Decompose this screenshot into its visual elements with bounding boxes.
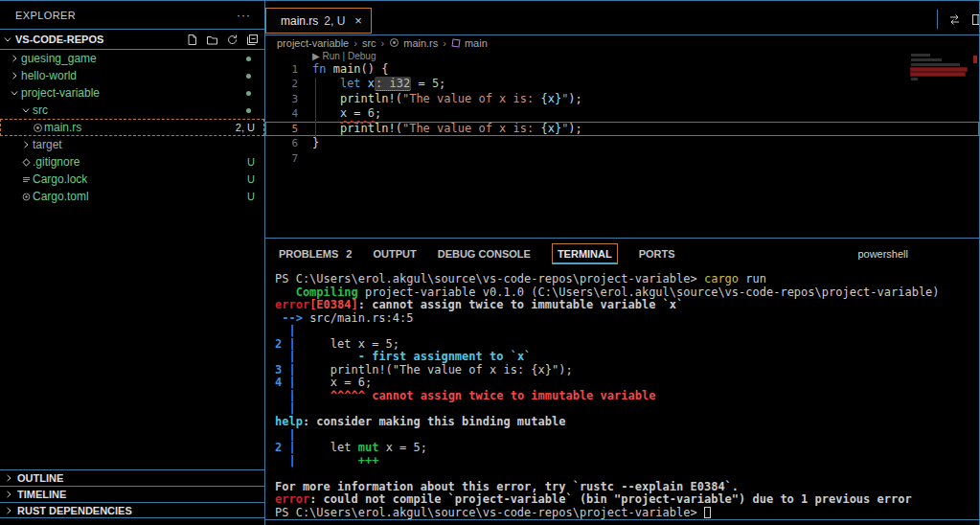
tree-item[interactable]: Cargo.lockU xyxy=(0,171,264,188)
editor-actions xyxy=(937,10,979,29)
workspace-section-header[interactable]: VS-CODE-REPOS xyxy=(0,30,264,50)
new-file-icon[interactable] xyxy=(186,34,198,46)
sidebar-section-timeline[interactable]: TIMELINE xyxy=(0,486,264,502)
collapse-folders-icon[interactable] xyxy=(246,34,259,46)
codelens-separator: | xyxy=(343,51,346,61)
codelens-debug[interactable]: Debug xyxy=(348,51,376,61)
panel-tab-label: PORTS xyxy=(639,248,675,260)
tree-item-label: main.rs xyxy=(44,121,236,134)
code-editor[interactable]: ▶ Run | Debug 1fn main() {2 let x: i32 =… xyxy=(265,51,979,238)
tree-item-label: hello-world xyxy=(21,69,246,82)
new-folder-icon[interactable] xyxy=(206,34,218,46)
breadcrumb-item[interactable]: main xyxy=(451,37,488,49)
tree-item[interactable]: src xyxy=(0,102,264,119)
panel-tab-label: OUTPUT xyxy=(373,248,416,260)
tree-item[interactable]: target xyxy=(0,136,264,153)
panel-tab-debug-console[interactable]: DEBUG CONSOLE xyxy=(438,248,531,260)
git-status-badge: U xyxy=(247,156,255,168)
terminal-line: 3 | println!("The value of x is: {x}"); xyxy=(275,364,979,377)
terminal-line: 4 | x = 6; xyxy=(275,377,979,390)
indent-guide xyxy=(315,78,316,137)
split-editor-icon[interactable] xyxy=(971,13,979,26)
terminal-line: | ^^^^^ cannot assign twice to immutable… xyxy=(275,390,979,403)
rust-file-icon xyxy=(31,123,44,133)
panel-tab-problems[interactable]: PROBLEMS2 xyxy=(279,248,352,260)
tab-problems-badge: 2, U xyxy=(324,14,345,28)
git-status-badge: U xyxy=(247,191,255,202)
file-tree: guesing_gamehello-worldproject-variables… xyxy=(0,50,264,205)
terminal-line: 2 | let x = 5; xyxy=(275,338,979,352)
line-number: 5 xyxy=(265,122,298,137)
minimap[interactable] xyxy=(911,54,967,82)
chevron-right-icon xyxy=(19,140,33,149)
problems-count-badge: 2 xyxy=(346,248,352,260)
terminal-line: Compiling project-variable v0.1.0 (C:\Us… xyxy=(275,286,979,300)
line-number: 4 xyxy=(265,106,298,122)
line-number: 6 xyxy=(265,136,298,151)
tab-bar: main.rs 2, U × xyxy=(265,1,979,35)
breadcrumb-item[interactable]: main.rs xyxy=(389,37,438,49)
tree-item[interactable]: guesing_game xyxy=(0,50,264,67)
panel-toolbar: powershell xyxy=(853,248,971,260)
tree-item[interactable]: project-variable xyxy=(0,84,264,102)
terminal-line: | xyxy=(275,429,979,443)
breadcrumb-item[interactable]: project-variable xyxy=(277,37,349,49)
tab-main-rs[interactable]: main.rs 2, U × xyxy=(265,8,372,34)
chevron-right-icon xyxy=(4,506,13,515)
symbol-method-icon xyxy=(451,38,461,48)
chevron-right-icon xyxy=(4,473,13,483)
terminal-line: For more information about this error, t… xyxy=(275,481,979,494)
code-lines: 1fn main() {2 let x: i32 = 5;3 println!(… xyxy=(265,62,979,167)
panel-footer xyxy=(265,520,979,525)
explorer-toolbar xyxy=(186,34,259,46)
refresh-explorer-icon[interactable] xyxy=(226,34,239,46)
explorer-more-actions-icon[interactable]: ··· xyxy=(237,9,251,22)
terminal-line: 2 | let mut x = 5; xyxy=(275,442,979,455)
codelens-run[interactable]: Run xyxy=(322,51,339,61)
chevron-down-icon xyxy=(3,34,12,44)
modified-dot-badge xyxy=(246,74,251,79)
chevron-right-icon xyxy=(8,54,21,63)
close-tab-icon[interactable]: × xyxy=(354,13,362,28)
breadcrumb-item[interactable]: src xyxy=(362,37,376,49)
code-line: 1fn main() { xyxy=(265,62,979,78)
codelens: ▶ Run | Debug xyxy=(265,51,979,62)
explorer-header: EXPLORER ··· xyxy=(0,1,264,30)
open-changes-icon[interactable] xyxy=(947,13,962,26)
section-label: RUST DEPENDENCIES xyxy=(17,505,132,516)
line-number: 7 xyxy=(265,151,298,167)
terminal-shell-item[interactable]: powershell xyxy=(853,248,908,260)
tree-item-label: target xyxy=(33,138,264,151)
panel-tab-terminal[interactable]: TERMINAL xyxy=(552,243,618,264)
breadcrumb-separator: › xyxy=(443,37,446,49)
code-line: 5 println!("The value of x is: {x}"); xyxy=(265,122,979,137)
sidebar-bottom-sections: OUTLINETIMELINERUST DEPENDENCIES xyxy=(0,469,264,518)
breadcrumb-label: src xyxy=(362,37,376,49)
terminal-line: error: could not compile `project-variab… xyxy=(275,493,979,507)
terminal-line xyxy=(275,468,979,481)
panel-tab-output[interactable]: OUTPUT xyxy=(373,248,416,260)
line-number: 1 xyxy=(265,62,298,78)
terminal-line: | xyxy=(275,325,979,338)
tree-item[interactable]: hello-world xyxy=(0,67,264,84)
panel-tab-ports[interactable]: PORTS xyxy=(639,248,675,260)
terminal-output[interactable]: PS C:\Users\erol.akgul\source\vs-code-re… xyxy=(265,268,979,520)
code-line: 3 println!("The value of x is: {x}"); xyxy=(265,92,979,107)
tree-item-label: .gitignore xyxy=(33,155,247,169)
bottom-panel: PROBLEMS2OUTPUTDEBUG CONSOLETERMINALPORT… xyxy=(265,238,979,525)
panel-tab-label: TERMINAL xyxy=(558,248,612,260)
tree-item-label: Cargo.toml xyxy=(33,190,247,203)
panel-tab-label: DEBUG CONSOLE xyxy=(438,248,531,260)
toml-file-icon xyxy=(19,192,33,202)
sidebar-section-rust-dependencies[interactable]: RUST DEPENDENCIES xyxy=(0,502,264,518)
chevron-down-icon xyxy=(19,105,33,115)
tree-item[interactable]: Cargo.tomlU xyxy=(0,188,264,205)
terminal-line: PS C:\Users\erol.akgul\source\vs-code-re… xyxy=(275,507,979,520)
sidebar-section-outline[interactable]: OUTLINE xyxy=(0,469,264,486)
breadcrumb-label: project-variable xyxy=(277,37,349,49)
tab-label: main.rs xyxy=(281,14,318,28)
tree-item[interactable]: main.rs2, U xyxy=(0,119,264,136)
rust-file-icon xyxy=(389,37,399,48)
code-line: 6} xyxy=(265,136,979,151)
tree-item[interactable]: .gitignoreU xyxy=(0,153,264,171)
